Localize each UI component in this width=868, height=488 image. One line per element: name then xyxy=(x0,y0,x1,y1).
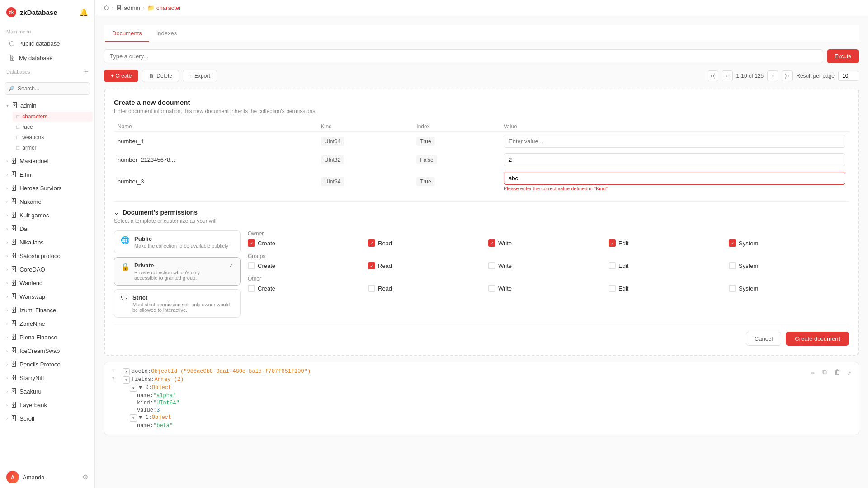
next-page-button[interactable]: › xyxy=(767,70,778,81)
prev-page-button[interactable]: ‹ xyxy=(722,70,733,81)
db-dar-label: Dar xyxy=(19,225,29,232)
other-edit-checkbox[interactable] xyxy=(609,285,616,292)
db-group-heroes-header[interactable]: › 🗄 Heroes Surviors xyxy=(0,182,94,194)
breadcrumb-root[interactable]: ⬡ xyxy=(104,5,109,11)
db-group-wanswap-header[interactable]: › 🗄 Wanswap xyxy=(0,291,94,302)
expand-icon: › xyxy=(6,389,8,394)
create-button[interactable]: + Create xyxy=(104,70,138,82)
db-group-zonenine-header[interactable]: › 🗄 ZoneNine xyxy=(0,318,94,329)
copy-doc-icon[interactable]: ⧉ xyxy=(821,368,829,377)
db-group-dar-header[interactable]: › 🗄 Dar xyxy=(0,223,94,235)
db-group-masterduel-header[interactable]: › 🗄 Masterduel xyxy=(0,155,94,167)
create-document-label: Create document xyxy=(795,335,840,342)
owner-read-checkbox[interactable]: ✓ xyxy=(368,239,375,247)
add-database-icon[interactable]: + xyxy=(84,68,88,76)
perm-template-public[interactable]: 🌐 Public Make the collection to be avail… xyxy=(114,230,241,253)
notification-bell-icon[interactable]: 🔔 xyxy=(79,8,88,17)
groups-create-checkbox[interactable] xyxy=(248,262,255,269)
perm-template-strict[interactable]: 🛡 Strict Most strict permission set, onl… xyxy=(114,289,241,318)
edit-doc-icon[interactable]: ✏ xyxy=(809,368,816,377)
settings-icon[interactable]: ⚙ xyxy=(82,473,88,481)
groups-system-checkbox[interactable] xyxy=(729,262,736,269)
share-doc-icon[interactable]: ↗ xyxy=(846,368,853,377)
db-child-characters[interactable]: □ characters xyxy=(13,112,93,122)
doc-expand-btn-2[interactable]: ▾ xyxy=(123,376,130,384)
field-name-1: number_212345678... xyxy=(118,156,175,163)
delete-button[interactable]: 🗑 Delete xyxy=(142,70,179,82)
db-group-starrynift-header[interactable]: › 🗄 StarryNift xyxy=(0,372,94,384)
perm-template-private[interactable]: 🔒 Private Private collection which's onl… xyxy=(114,257,241,286)
db-group-elfin-header[interactable]: › 🗄 Elfin xyxy=(0,169,94,180)
root-icon: ⬡ xyxy=(104,5,109,11)
execute-button[interactable]: Excute xyxy=(827,49,859,63)
field-value-input-1[interactable] xyxy=(504,153,845,166)
create-document-button[interactable]: Create document xyxy=(786,332,849,346)
last-page-button[interactable]: ⟩⟩ xyxy=(782,70,793,81)
main-menu-label: Main menu xyxy=(0,24,94,36)
owner-write-checkbox[interactable]: ✓ xyxy=(488,239,495,247)
groups-permissions: Create ✓ Read Write xyxy=(248,262,849,269)
db-group-satoshi-header[interactable]: › 🗄 Satoshi protocol xyxy=(0,250,94,262)
search-input[interactable] xyxy=(5,82,90,95)
breadcrumb-admin[interactable]: 🗄 admin xyxy=(116,5,140,11)
expand-icon: › xyxy=(6,253,8,258)
db-group-kult-header[interactable]: › 🗄 Kult games xyxy=(0,209,94,221)
db-icon: 🗄 xyxy=(10,211,17,219)
avatar: A xyxy=(6,471,19,483)
other-create-checkbox[interactable] xyxy=(248,285,255,292)
tab-documents[interactable]: Documents xyxy=(105,25,149,42)
db-group-saakuru-header[interactable]: › 🗄 Saakuru xyxy=(0,385,94,397)
db-icon: 🗄 xyxy=(10,347,17,354)
owner-system-checkbox[interactable]: ✓ xyxy=(729,239,736,247)
permissions-header[interactable]: ⌄ Document's permissions xyxy=(114,209,849,216)
per-page-select[interactable]: 10 25 50 xyxy=(838,71,859,81)
db-group-admin-header[interactable]: ▾ 🗄 admin xyxy=(0,99,94,111)
doc-expand-btn-7[interactable]: ▾ xyxy=(130,414,137,422)
db-group-plena-header[interactable]: › 🗄 Plena Finance xyxy=(0,331,94,343)
db-group-layerbank-header[interactable]: › 🗄 Layerbank xyxy=(0,399,94,411)
query-input[interactable] xyxy=(104,49,823,63)
owner-edit-checkbox[interactable]: ✓ xyxy=(609,239,616,247)
sidebar-footer: A Amanda ⚙ xyxy=(0,466,94,488)
cancel-button[interactable]: Cancel xyxy=(746,332,781,346)
export-button[interactable]: ↑ Export xyxy=(183,70,217,82)
first-page-button[interactable]: ⟨⟨ xyxy=(708,70,718,81)
db-icon: 🗄 xyxy=(10,157,17,164)
db-group-scroll-header[interactable]: › 🗄 Scroll xyxy=(0,413,94,424)
db-child-weapons[interactable]: □ weapons xyxy=(13,132,93,142)
sidebar-item-my-db[interactable]: 🗄 My database xyxy=(3,51,92,65)
db-group-nikalabs-header[interactable]: › 🗄 Nika labs xyxy=(0,236,94,248)
db-group-pencils-header[interactable]: › 🗄 Pencils Protocol xyxy=(0,358,94,370)
groups-system-col: System xyxy=(729,262,849,269)
db-child-armor[interactable]: □ armor xyxy=(13,143,93,153)
db-group-wanlend-header[interactable]: › 🗄 Wanlend xyxy=(0,277,94,289)
db-nikalabs-label: Nika labs xyxy=(19,239,43,246)
doc-val-fields: Array (2) xyxy=(154,376,184,383)
admin-db-label: admin xyxy=(20,102,36,109)
expand-icon: › xyxy=(6,321,8,326)
sidebar-item-public-db[interactable]: ⬡ Public database xyxy=(3,37,92,50)
db-icon: 🗄 xyxy=(10,252,17,259)
field-value-input-2[interactable] xyxy=(504,172,845,185)
owner-create-checkbox[interactable]: ✓ xyxy=(248,239,255,247)
owner-edit-col: ✓ Edit xyxy=(609,239,729,247)
admin-children: □ characters □ race □ weapons □ armor xyxy=(0,112,94,153)
doc-expand-btn-1[interactable]: › xyxy=(123,368,130,375)
db-group-izumi-header[interactable]: › 🗄 Izumi Finance xyxy=(0,304,94,316)
other-write-checkbox[interactable] xyxy=(488,285,495,292)
tab-indexes[interactable]: Indexes xyxy=(149,25,184,42)
expand-icon: › xyxy=(6,213,8,218)
db-group-coredao-header[interactable]: › 🗄 CoreDAO xyxy=(0,263,94,275)
groups-edit-checkbox[interactable] xyxy=(609,262,616,269)
delete-doc-icon[interactable]: 🗑 xyxy=(832,368,842,377)
db-group-icecream-header[interactable]: › 🗄 IceCreamSwap xyxy=(0,345,94,357)
doc-expand-btn-3[interactable]: ▾ xyxy=(130,385,137,392)
db-group-nakame-header[interactable]: › 🗄 Nakame xyxy=(0,196,94,207)
field-value-input-0[interactable] xyxy=(504,135,845,148)
other-read-checkbox[interactable] xyxy=(368,285,375,292)
db-child-race[interactable]: □ race xyxy=(13,122,93,132)
expand-icon: › xyxy=(6,375,8,380)
groups-write-checkbox[interactable] xyxy=(488,262,495,269)
other-system-checkbox[interactable] xyxy=(729,285,736,292)
groups-read-checkbox[interactable]: ✓ xyxy=(368,262,375,269)
